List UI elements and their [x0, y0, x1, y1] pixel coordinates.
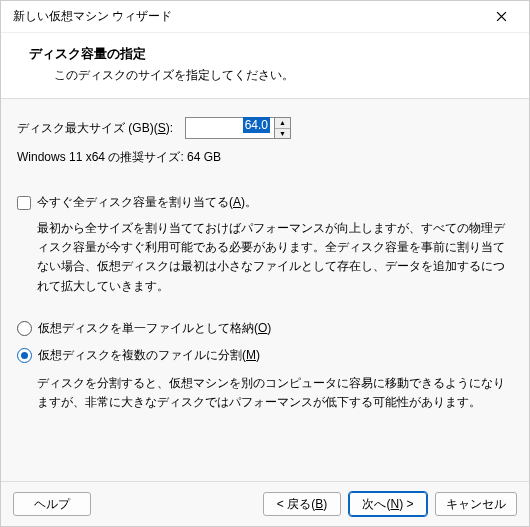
split-multi-row: 仮想ディスクを複数のファイルに分割(M)	[17, 347, 513, 364]
header-subtitle: このディスクのサイズを指定してください。	[54, 67, 509, 84]
back-button[interactable]: < 戻る(B)	[263, 492, 341, 516]
allocate-now-label[interactable]: 今すぐ全ディスク容量を割り当てる(A)。	[37, 194, 257, 211]
split-multi-label[interactable]: 仮想ディスクを複数のファイルに分割(M)	[38, 347, 260, 364]
allocate-now-row: 今すぐ全ディスク容量を割り当てる(A)。	[17, 194, 513, 211]
header-title: ディスク容量の指定	[29, 45, 509, 63]
split-radio-group: 仮想ディスクを単一ファイルとして格納(O) 仮想ディスクを複数のファイルに分割(…	[17, 320, 513, 364]
disk-size-input-wrap: 64.0 ▲ ▼	[185, 117, 291, 139]
wizard-content: ディスク最大サイズ (GB)(S): 64.0 ▲ ▼ Windows 11 x…	[1, 99, 529, 481]
split-single-row: 仮想ディスクを単一ファイルとして格納(O)	[17, 320, 513, 337]
wizard-footer: ヘルプ < 戻る(B) 次へ(N) > キャンセル	[1, 481, 529, 526]
disk-size-row: ディスク最大サイズ (GB)(S): 64.0 ▲ ▼	[17, 117, 513, 139]
disk-size-spinner: ▲ ▼	[275, 117, 291, 139]
allocate-now-description: 最初から全サイズを割り当てておけばパフォーマンスが向上しますが、すべての物理ディ…	[37, 219, 513, 296]
window-title: 新しい仮想マシン ウィザード	[13, 8, 172, 25]
allocate-now-checkbox[interactable]	[17, 196, 31, 210]
close-button[interactable]	[481, 3, 521, 31]
help-button[interactable]: ヘルプ	[13, 492, 91, 516]
recommended-size-text: Windows 11 x64 の推奨サイズ: 64 GB	[17, 149, 513, 166]
next-button[interactable]: 次へ(N) >	[349, 492, 427, 516]
spin-up-button[interactable]: ▲	[275, 118, 290, 129]
spin-down-button[interactable]: ▼	[275, 129, 290, 139]
disk-size-input[interactable]: 64.0	[185, 117, 275, 139]
titlebar: 新しい仮想マシン ウィザード	[1, 1, 529, 33]
cancel-button[interactable]: キャンセル	[435, 492, 517, 516]
wizard-header: ディスク容量の指定 このディスクのサイズを指定してください。	[1, 33, 529, 99]
split-single-radio[interactable]	[17, 321, 32, 336]
split-description: ディスクを分割すると、仮想マシンを別のコンピュータに容易に移動できるようになりま…	[37, 374, 513, 412]
disk-size-label: ディスク最大サイズ (GB)(S):	[17, 120, 173, 137]
close-icon	[496, 11, 507, 22]
split-single-label[interactable]: 仮想ディスクを単一ファイルとして格納(O)	[38, 320, 271, 337]
split-multi-radio[interactable]	[17, 348, 32, 363]
